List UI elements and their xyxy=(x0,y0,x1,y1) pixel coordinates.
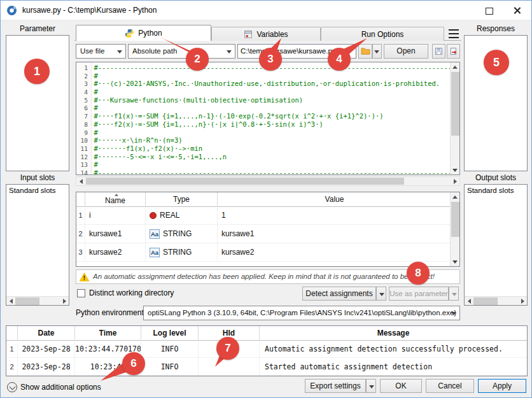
expand-options-button[interactable] xyxy=(7,382,17,392)
code-line: #···Kursawe·functions·(multi·objective·o… xyxy=(94,96,303,104)
parameter-list[interactable] xyxy=(6,35,69,171)
chevron-down-icon xyxy=(452,293,457,296)
header-index[interactable] xyxy=(76,192,85,206)
use-file-dropdown[interactable]: Use file xyxy=(76,44,126,59)
header-index[interactable] xyxy=(6,326,18,340)
table-row[interactable]: 2 kursawe1 AaSTRING kursawe1 xyxy=(76,225,451,243)
distinct-working-directory-checkbox[interactable] xyxy=(77,289,85,297)
show-additional-options-label[interactable]: Show additional options xyxy=(20,383,101,392)
title-bar: kursawe.py - C:\temp\Kursawe - Python xyxy=(1,1,531,20)
scrollbar-thumb[interactable] xyxy=(86,178,404,185)
save-icon xyxy=(435,47,443,55)
tab-python[interactable]: Python xyxy=(76,25,211,41)
input-slots-list[interactable]: Standard slots xyxy=(6,184,69,306)
cell-type: STRING xyxy=(163,243,192,262)
log-row[interactable]: 1 2023-Sep-28 10:23:44.770170 INFO Autom… xyxy=(6,340,527,358)
scroll-right-icon[interactable] xyxy=(63,299,66,304)
cell-level: INFO xyxy=(141,358,199,376)
python-environment-label: Python environment: xyxy=(76,308,146,317)
input-slots-item-standard[interactable]: Standard slots xyxy=(6,185,69,196)
tab-variables[interactable]: Variables xyxy=(211,27,321,41)
python-environment-dropdown[interactable]: optiSLang Python 3 (3.10.9, 64bit, C:\Pr… xyxy=(143,306,460,320)
open-button[interactable]: Open xyxy=(384,44,428,59)
output-slots-item-standard[interactable]: Standard slots xyxy=(465,185,527,196)
cancel-button[interactable]: Cancel xyxy=(426,379,474,393)
scrollbar-thumb[interactable] xyxy=(473,297,498,305)
maximize-icon xyxy=(486,8,493,15)
variables-vscrollbar[interactable] xyxy=(450,192,459,266)
tab-run-options[interactable]: Run Options xyxy=(321,27,444,41)
header-value[interactable]: Value xyxy=(218,192,451,206)
scrollbar-thumb[interactable] xyxy=(451,72,459,136)
row-index: 1 xyxy=(6,340,18,358)
menu-icon xyxy=(449,29,459,31)
save-script-button[interactable] xyxy=(432,44,445,59)
scroll-left-icon[interactable] xyxy=(80,179,83,184)
code-line: #····f1(x)·=·SUM_{i=1,...,n-1}·(-10·exp(… xyxy=(94,112,383,120)
scrollbar-thumb[interactable] xyxy=(451,202,459,237)
cell-name: kursawe1 xyxy=(85,225,146,243)
path-mode-dropdown[interactable]: Absolute path xyxy=(128,44,235,59)
distinct-working-directory-label: Distinct working directory xyxy=(89,288,174,297)
scroll-down-icon[interactable] xyxy=(452,260,458,264)
header-type[interactable]: Type xyxy=(146,192,218,206)
chevron-down-icon xyxy=(374,50,379,53)
browse-folder-dropdown[interactable] xyxy=(372,44,382,59)
cell-level: INFO xyxy=(141,340,199,358)
parameter-label: Parameter xyxy=(6,24,69,33)
scroll-right-icon[interactable] xyxy=(521,299,524,304)
cell-hid xyxy=(199,358,260,376)
line-number: 14 xyxy=(76,169,91,175)
maximize-button[interactable] xyxy=(475,1,503,20)
cell-value: kursawe2 xyxy=(218,243,451,262)
line-number: 10 xyxy=(76,137,91,144)
use-as-parameter-button[interactable]: Use as parameter xyxy=(389,287,449,301)
export-settings-dropdown[interactable] xyxy=(366,379,376,393)
scroll-down-icon[interactable] xyxy=(452,169,458,172)
row-index: 2 xyxy=(6,358,18,376)
input-slots-hscrollbar[interactable] xyxy=(6,296,69,305)
menu-button[interactable] xyxy=(446,27,461,41)
code-line: # xyxy=(94,129,97,136)
scroll-up-icon[interactable] xyxy=(452,195,458,199)
header-message[interactable]: Message xyxy=(260,326,527,340)
export-settings-button[interactable]: Export settings xyxy=(305,379,366,393)
scroll-left-icon[interactable] xyxy=(468,299,471,304)
detect-assignments-button[interactable]: Detect assignments xyxy=(302,287,376,301)
apply-button[interactable]: Apply xyxy=(478,379,526,393)
browse-folder-button[interactable] xyxy=(358,44,372,59)
assignment-warning: An automatic assignment detection has be… xyxy=(76,269,460,284)
code-editor[interactable]: 1 #-------------------------------------… xyxy=(76,62,460,175)
log-row[interactable]: 2 2023-Sep-28 10:23:44 INFO Started auto… xyxy=(6,358,527,376)
chevron-down-icon xyxy=(379,293,384,296)
real-type-icon xyxy=(150,212,157,219)
header-name[interactable]: Name xyxy=(85,192,146,206)
table-row[interactable]: 1 i REAL 1 xyxy=(76,206,451,225)
use-as-parameter-dropdown[interactable] xyxy=(449,287,459,301)
detect-assignments-dropdown[interactable] xyxy=(376,287,386,301)
close-button[interactable] xyxy=(503,1,532,20)
scroll-up-icon[interactable] xyxy=(452,66,458,69)
output-slots-list[interactable]: Standard slots xyxy=(464,184,528,306)
tab-run-options-label: Run Options xyxy=(361,30,404,39)
scroll-right-icon[interactable] xyxy=(454,179,457,184)
scroll-left-icon[interactable] xyxy=(10,299,13,304)
code-line: #·······-5·<=·x_i·<=·5,·i=1,...,n xyxy=(94,153,227,160)
reload-script-button[interactable] xyxy=(447,44,460,59)
line-number: 9 xyxy=(76,129,91,136)
scrollbar-thumb[interactable] xyxy=(15,297,39,305)
table-row[interactable]: 3 kursawe2 AaSTRING kursawe2 xyxy=(76,243,451,262)
line-number: 7 xyxy=(76,113,91,120)
ok-button[interactable]: OK xyxy=(380,379,422,393)
path-mode-value: Absolute path xyxy=(129,45,235,58)
header-date[interactable]: Date xyxy=(18,326,75,340)
output-slots-hscrollbar[interactable] xyxy=(465,296,527,305)
header-time[interactable]: Time xyxy=(75,326,141,340)
line-number: 1 xyxy=(76,64,91,71)
editor-hscrollbar[interactable] xyxy=(76,176,460,186)
editor-vscrollbar[interactable] xyxy=(450,62,459,174)
chevron-down-icon xyxy=(227,50,232,53)
code-line: #······x·\in·R^n·(n=3) xyxy=(94,136,182,144)
log-table-header: Date Time Log level HId Message xyxy=(6,326,527,341)
header-log-level[interactable]: Log level xyxy=(141,326,199,340)
